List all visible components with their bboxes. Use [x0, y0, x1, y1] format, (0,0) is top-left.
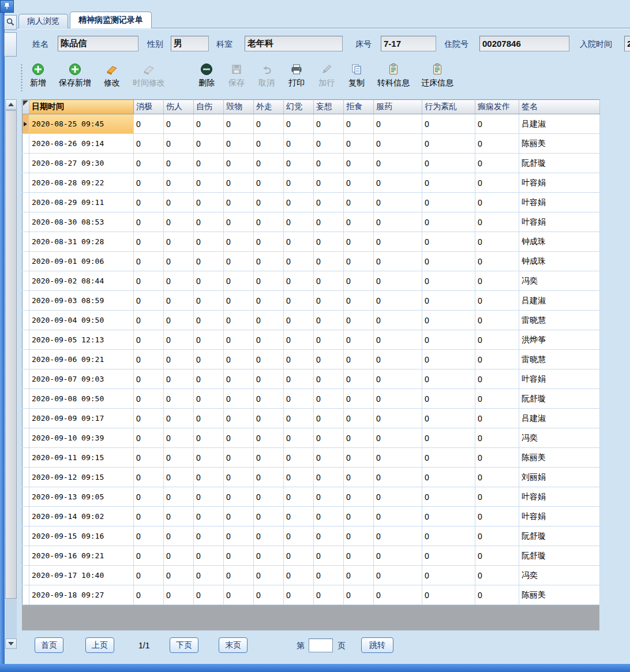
datetime-cell[interactable]: 2020-09-16 09:21 — [29, 546, 134, 566]
scroll-up-button[interactable] — [5, 99, 17, 110]
value-cell[interactable]: 0 — [422, 252, 475, 271]
row-selector-cell[interactable] — [22, 173, 29, 193]
grid-row[interactable]: 2020-09-04 09:5000000000000雷晓慧 — [22, 311, 600, 330]
value-cell[interactable]: 0 — [344, 566, 374, 585]
value-cell[interactable]: 0 — [224, 428, 254, 448]
row-selector-cell[interactable] — [22, 291, 29, 311]
first-page-button[interactable]: 首页 — [35, 637, 63, 653]
row-selector-cell[interactable] — [22, 585, 29, 605]
value-cell[interactable]: 0 — [422, 291, 475, 311]
value-cell[interactable]: 0 — [224, 271, 254, 291]
signature-cell[interactable]: 陈丽美 — [519, 585, 600, 605]
value-cell[interactable]: 0 — [224, 212, 254, 232]
value-cell[interactable]: 0 — [374, 487, 422, 507]
row-selector-cell[interactable] — [22, 193, 29, 212]
datetime-cell[interactable]: 2020-09-05 12:13 — [29, 330, 134, 350]
value-cell[interactable]: 0 — [254, 330, 284, 350]
value-cell[interactable]: 0 — [224, 527, 254, 546]
value-cell[interactable]: 0 — [164, 389, 194, 409]
value-cell[interactable]: 0 — [164, 507, 194, 527]
value-cell[interactable]: 0 — [164, 173, 194, 193]
signature-cell[interactable]: 冯奕 — [519, 566, 600, 585]
value-cell[interactable]: 0 — [344, 114, 374, 134]
value-cell[interactable]: 0 — [344, 369, 374, 389]
value-cell[interactable]: 0 — [314, 193, 344, 212]
value-cell[interactable]: 0 — [254, 527, 284, 546]
scroll-down-button[interactable] — [5, 639, 17, 649]
value-cell[interactable]: 0 — [374, 114, 422, 134]
signature-cell[interactable]: 叶容娟 — [519, 193, 600, 212]
department-field[interactable] — [245, 36, 343, 51]
grid-row[interactable]: 2020-09-15 09:1600000000000阮舒璇 — [22, 527, 600, 546]
add-button[interactable]: 新增 — [23, 59, 53, 88]
value-cell[interactable]: 0 — [254, 252, 284, 271]
signature-cell[interactable]: 冯奕 — [519, 428, 600, 448]
value-cell[interactable]: 0 — [254, 566, 284, 585]
value-cell[interactable]: 0 — [284, 566, 314, 585]
value-cell[interactable]: 0 — [254, 507, 284, 527]
row-selector-cell[interactable] — [22, 154, 29, 173]
value-cell[interactable]: 0 — [422, 566, 475, 585]
value-cell[interactable]: 0 — [134, 409, 164, 428]
value-cell[interactable]: 0 — [254, 154, 284, 173]
value-cell[interactable]: 0 — [344, 252, 374, 271]
value-cell[interactable]: 0 — [164, 212, 194, 232]
admission-number-field[interactable] — [479, 36, 569, 51]
value-cell[interactable]: 0 — [134, 507, 164, 527]
value-cell[interactable]: 0 — [422, 311, 475, 330]
grid-row[interactable]: 2020-09-07 09:0300000000000叶容娟 — [22, 369, 600, 389]
grid-row[interactable]: 2020-09-08 09:5000000000000阮舒璇 — [22, 389, 600, 409]
signature-cell[interactable]: 叶容娟 — [519, 507, 600, 527]
jump-button[interactable]: 跳转 — [361, 637, 393, 653]
bed-number-field[interactable] — [381, 36, 436, 51]
value-cell[interactable]: 0 — [284, 585, 314, 605]
value-cell[interactable]: 0 — [134, 311, 164, 330]
value-cell[interactable]: 0 — [314, 330, 344, 350]
value-cell[interactable]: 0 — [254, 291, 284, 311]
value-cell[interactable]: 0 — [314, 448, 344, 468]
tab-psych-monitor-record[interactable]: 精神病监测记录单 — [70, 12, 152, 28]
column-header[interactable]: 幻觉 — [284, 100, 314, 114]
datetime-cell[interactable]: 2020-09-14 09:02 — [29, 507, 134, 527]
signature-cell[interactable]: 陈丽美 — [519, 448, 600, 468]
value-cell[interactable]: 0 — [374, 585, 422, 605]
value-cell[interactable]: 0 — [224, 330, 254, 350]
value-cell[interactable]: 0 — [475, 428, 519, 448]
signature-cell[interactable]: 吕建淑 — [519, 114, 600, 134]
datetime-cell[interactable]: 2020-08-29 09:11 — [29, 193, 134, 212]
value-cell[interactable]: 0 — [374, 330, 422, 350]
admission-time-field[interactable] — [624, 36, 630, 51]
row-selector-cell[interactable] — [22, 527, 29, 546]
datetime-cell[interactable]: 2020-09-10 09:39 — [29, 428, 134, 448]
grid-row[interactable]: 2020-09-11 09:1500000000000陈丽美 — [22, 448, 600, 468]
grid-row[interactable]: 2020-08-30 08:5300000000000叶容娟 — [22, 212, 600, 232]
value-cell[interactable]: 0 — [194, 546, 224, 566]
value-cell[interactable]: 0 — [134, 527, 164, 546]
column-header[interactable]: 拒食 — [344, 100, 374, 114]
value-cell[interactable]: 0 — [475, 291, 519, 311]
value-cell[interactable]: 0 — [224, 468, 254, 487]
value-cell[interactable]: 0 — [164, 409, 194, 428]
value-cell[interactable]: 0 — [284, 252, 314, 271]
search-button[interactable] — [4, 15, 17, 30]
value-cell[interactable]: 0 — [254, 585, 284, 605]
value-cell[interactable]: 0 — [422, 173, 475, 193]
value-cell[interactable]: 0 — [314, 232, 344, 252]
value-cell[interactable]: 0 — [134, 487, 164, 507]
value-cell[interactable]: 0 — [224, 193, 254, 212]
row-selector-cell[interactable] — [22, 311, 29, 330]
row-selector-cell[interactable] — [22, 389, 29, 409]
value-cell[interactable]: 0 — [374, 468, 422, 487]
value-cell[interactable]: 0 — [475, 154, 519, 173]
datetime-cell[interactable]: 2020-08-26 09:14 — [29, 134, 134, 154]
value-cell[interactable]: 0 — [224, 350, 254, 369]
value-cell[interactable]: 0 — [422, 330, 475, 350]
grid-row[interactable]: 2020-09-18 09:2700000000000陈丽美 — [22, 585, 600, 605]
value-cell[interactable]: 0 — [134, 389, 164, 409]
value-cell[interactable]: 0 — [422, 389, 475, 409]
value-cell[interactable]: 0 — [254, 409, 284, 428]
value-cell[interactable]: 0 — [254, 271, 284, 291]
value-cell[interactable]: 0 — [164, 311, 194, 330]
value-cell[interactable]: 0 — [224, 369, 254, 389]
toolbar-grip[interactable] — [21, 64, 22, 91]
